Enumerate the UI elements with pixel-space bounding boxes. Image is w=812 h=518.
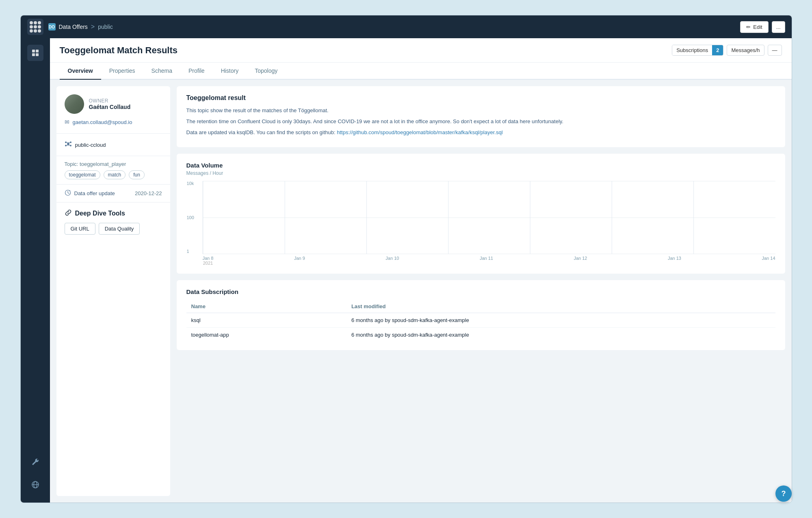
y-label-10k: 10k — [187, 181, 194, 186]
email-row: ✉ gaetan.collaud@spoud.io — [65, 119, 162, 125]
result-title: Toeggelomat result — [186, 94, 775, 102]
topic-label: Topic: toeggelomat_player — [65, 161, 162, 167]
email-text: gaetan.collaud@spoud.io — [73, 119, 132, 125]
header-actions: Subscriptions 2 Messages/h — — [672, 45, 782, 56]
git-url-button[interactable]: Git URL — [65, 223, 95, 235]
row2-modified: 6 months ago by spoud-sdm-kafka-agent-ex… — [346, 328, 775, 342]
edit-button[interactable]: ✏ Edit — [740, 21, 768, 33]
chart-section: Data Volume Messages / Hour 10k 100 1 — [177, 154, 785, 274]
email-icon: ✉ — [65, 119, 69, 125]
owner-row: Owner Gaétan Collaud — [65, 94, 162, 114]
x-label-jan11: Jan 11 — [480, 256, 493, 266]
chart-wrapper: 10k 100 1 — [186, 181, 775, 266]
chart-y-labels: 10k 100 1 — [187, 181, 194, 254]
result-text-2: The retention time on Confluent Cloud is… — [186, 118, 775, 126]
tag-match[interactable]: match — [104, 170, 126, 179]
breadcrumb-parent[interactable]: Data Offers — [59, 24, 88, 30]
page-header: Toeggelomat Match Results Subscriptions … — [50, 38, 792, 63]
avatar-image — [65, 94, 84, 114]
messages-badge: Messages/h — [727, 45, 764, 56]
svg-rect-0 — [32, 50, 35, 52]
update-date: 2020-12-22 — [135, 190, 162, 196]
sidebar — [21, 38, 50, 503]
row2-name: toegellomat-app — [186, 328, 346, 342]
content-area: Toeggelomat Match Results Subscriptions … — [50, 38, 792, 503]
app-logo — [27, 19, 43, 35]
right-panel: Toeggelomat result This topic show the r… — [177, 86, 785, 496]
top-bar: DO Data Offers > public ✏ Edit ... — [21, 15, 792, 38]
dash-button[interactable]: — — [768, 45, 782, 56]
sidebar-bottom — [27, 454, 43, 496]
logo-dot — [34, 29, 37, 33]
x-label-jan10: Jan 10 — [385, 256, 399, 266]
logo-dot — [30, 25, 33, 28]
logo-dot — [30, 29, 33, 33]
update-section: Data offer update 2020-12-22 — [56, 185, 170, 202]
svg-rect-3 — [36, 53, 39, 56]
tab-topology[interactable]: Topology — [247, 63, 286, 80]
breadcrumb-icon: DO — [48, 23, 56, 30]
help-button[interactable]: ? — [775, 485, 792, 502]
y-label-100: 100 — [187, 215, 194, 220]
data-quality-button[interactable]: Data Quality — [99, 223, 140, 235]
sidebar-icon-grid[interactable] — [27, 45, 43, 61]
top-bar-left: DO Data Offers > public — [27, 19, 113, 35]
owner-info: Owner Gaétan Collaud — [89, 98, 131, 110]
update-label: Data offer update — [74, 190, 115, 196]
cluster-section: public-ccloud — [56, 134, 170, 156]
breadcrumb-separator: > — [91, 23, 95, 30]
deep-dive-buttons: Git URL Data Quality — [65, 223, 162, 235]
owner-section: Owner Gaétan Collaud ✉ gaetan.collaud@sp… — [56, 86, 170, 134]
row1-name: ksql — [186, 313, 346, 328]
row1-modified: 6 months ago by spoud-sdm-kafka-agent-ex… — [346, 313, 775, 328]
sidebar-icon-wrench[interactable] — [27, 454, 43, 470]
link-icon — [65, 209, 72, 218]
pencil-icon: ✏ — [746, 24, 751, 30]
tab-schema[interactable]: Schema — [143, 63, 180, 80]
more-button[interactable]: ... — [772, 21, 785, 33]
table-row: toegellomat-app 6 months ago by spoud-sd… — [186, 328, 775, 342]
tag-fun[interactable]: fun — [129, 170, 145, 179]
app-container: DO Data Offers > public ✏ Edit ... — [20, 15, 792, 503]
svg-rect-2 — [32, 53, 35, 56]
chart-title: Data Volume — [186, 162, 775, 169]
main-layout: Toeggelomat Match Results Subscriptions … — [21, 38, 792, 503]
x-label-jan8: Jan 8 2021 — [203, 256, 214, 266]
logo-dot — [34, 21, 37, 24]
cluster-name: public-ccloud — [75, 142, 106, 148]
sidebar-icon-globe[interactable] — [27, 477, 43, 493]
deep-dive-section: Deep Dive Tools Git URL Data Quality — [56, 202, 170, 241]
overview-layout: Owner Gaétan Collaud ✉ gaetan.collaud@sp… — [50, 80, 792, 503]
col-name: Name — [186, 300, 346, 313]
chart-subtitle: Messages / Hour — [186, 170, 775, 176]
tab-properties[interactable]: Properties — [101, 63, 143, 80]
owner-name: Gaétan Collaud — [89, 104, 131, 110]
tag-toeggelomat[interactable]: toeggelomat — [65, 170, 100, 179]
tabs-bar: Overview Properties Schema Profile Histo… — [50, 63, 792, 80]
result-text-1: This topic show the result of the matche… — [186, 107, 775, 115]
tab-overview[interactable]: Overview — [60, 63, 101, 80]
tab-history[interactable]: History — [213, 63, 247, 80]
result-card: Toeggelomat result This topic show the r… — [177, 86, 785, 147]
subscription-title: Data Subscription — [186, 288, 775, 295]
result-link[interactable]: https://github.com/spoud/toeggelomat/blo… — [337, 129, 502, 135]
chart-container: 10k 100 1 — [203, 181, 775, 254]
deep-dive-title: Deep Dive Tools — [65, 209, 162, 218]
tags-row: toeggelomat match fun — [65, 170, 162, 179]
subscriptions-label: Subscriptions — [672, 45, 712, 55]
page-title: Toeggelomat Match Results — [60, 45, 178, 56]
x-label-jan14: Jan 14 — [762, 256, 775, 266]
deep-dive-title-text: Deep Dive Tools — [75, 210, 125, 217]
update-row: Data offer update 2020-12-22 — [65, 189, 162, 197]
logo-dot — [38, 29, 41, 33]
subscriptions-count: 2 — [712, 45, 723, 55]
x-label-jan13: Jan 13 — [668, 256, 681, 266]
y-label-1: 1 — [187, 249, 194, 254]
clock-icon — [65, 189, 71, 197]
logo-dot — [38, 21, 41, 24]
breadcrumb: DO Data Offers > public — [48, 23, 113, 30]
logo-dot — [34, 25, 37, 28]
cluster-row: public-ccloud — [65, 140, 162, 149]
table-row: ksql 6 months ago by spoud-sdm-kafka-age… — [186, 313, 775, 328]
tab-profile[interactable]: Profile — [180, 63, 213, 80]
